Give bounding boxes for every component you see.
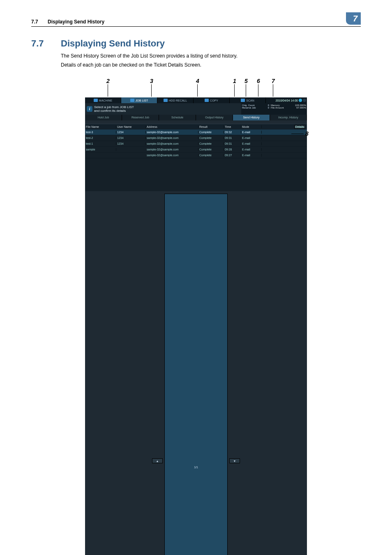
cell-addr: sample-02@sample.com (146, 148, 198, 151)
panel-info-bar: i Select a job from JOB LIST and confirm… (85, 103, 307, 115)
screenshot-figure: 2 3 4 1 5 6 7 MACHINE JOB LIST HDD RECAL… (85, 78, 307, 555)
callout-8: 8 (305, 130, 309, 137)
cell-mode: E-mail (241, 142, 262, 145)
col-file-name: File Name (85, 125, 116, 128)
cell-file: sample (85, 148, 116, 151)
header-section-title: Displaying Send History (48, 19, 104, 25)
panel-message: i Select a job from JOB LIST and confirm… (85, 103, 241, 115)
scroll-keys: ▲ 1/1 ▼ (85, 191, 307, 555)
cell-user: 1234 (116, 136, 146, 139)
callout-7: 7 (272, 78, 275, 84)
subtab-reserved-job[interactable]: Reserved Job (122, 115, 159, 120)
col-address: Address (146, 125, 198, 128)
history-table-body: test-3 1234 sample-02@sample.com Complet… (85, 130, 307, 191)
machine-icon (94, 99, 98, 102)
amounts-box: Memory100.000% File Amount97.000% (270, 103, 307, 115)
cell-time: 09:31 (224, 142, 241, 145)
tab-machine-label: MACHINE (99, 99, 112, 102)
cell-time: 09:27 (224, 154, 241, 157)
cell-result: Complete (198, 142, 224, 145)
cell-addr: sample-02@sample.com (146, 131, 198, 134)
subtab-hold-job[interactable]: Hold Job (85, 115, 122, 120)
tab-hdd-recall[interactable]: HDD RECALL (157, 97, 194, 103)
tab-scan-label: SCAN (246, 99, 254, 102)
cell-addr: sample-02@sample.com (146, 136, 198, 139)
cell-file: test-2 (85, 136, 116, 139)
section-title-text: Displaying Send History (61, 38, 165, 49)
callout-6: 6 (257, 78, 260, 84)
cell-time: 09:28 (224, 148, 241, 151)
col-result: Result (198, 125, 224, 128)
chapter-badge: 7 (346, 12, 361, 25)
cell-result: Complete (198, 154, 224, 157)
subtab-output-history[interactable]: Output History (196, 115, 233, 120)
callout-8-wrap: 8 (291, 130, 309, 137)
cell-user: 1234 (116, 142, 146, 145)
cell-mode: E-mail (241, 148, 262, 151)
tab-machine[interactable]: MACHINE (85, 97, 121, 103)
table-row[interactable]: sample-02@sample.com Complete 09:27 E-ma… (85, 153, 307, 158)
cell-result: Complete (198, 136, 224, 139)
scroll-up-button[interactable]: ▲ (152, 458, 163, 463)
tab-copy-label: COPY (210, 99, 218, 102)
reserve-job-label: Reserve Job (242, 106, 256, 109)
mfp-panel: MACHINE JOB LIST HDD RECALL COPY SCAN 20… (85, 97, 307, 555)
page-indicator: 1/1 (164, 194, 228, 555)
tab-scan[interactable]: SCAN (230, 97, 266, 103)
file-amount-label: File Amount (271, 106, 284, 109)
cell-result: Complete (198, 148, 224, 151)
callout-top-row: 2 3 4 1 5 6 7 (85, 78, 307, 97)
table-row[interactable]: test-3 1234 sample-02@sample.com Complet… (85, 130, 307, 135)
callout-1: 1 (233, 78, 236, 84)
details-button[interactable]: Details (294, 125, 305, 129)
intro-p2: Details of each job can be checked on th… (61, 61, 361, 69)
cell-result: Complete (198, 131, 224, 134)
callout-4: 4 (196, 78, 199, 84)
tab-joblist-label: JOB LIST (136, 99, 148, 102)
col-time: Time (224, 125, 241, 128)
list-icon (130, 99, 134, 102)
cell-user: 1234 (116, 131, 146, 134)
scan-icon (241, 99, 245, 102)
header-left: 7.7 Displaying Send History (31, 19, 104, 25)
tab-hdd-label: HDD RECALL (169, 99, 187, 102)
history-table-header: File Name User Name Address Result Time … (85, 124, 307, 130)
datetime-cell: 2010/04/04 14:00 (266, 97, 307, 103)
scroll-down-button[interactable]: ▼ (229, 458, 240, 463)
col-user-name: User Name (116, 125, 146, 128)
copy-icon (205, 99, 209, 102)
help-icon[interactable] (303, 99, 306, 102)
cell-mode: E-mail (241, 154, 262, 157)
section-heading: 7.7Displaying Send History (31, 38, 361, 49)
subtab-schedule[interactable]: Schedule (159, 115, 196, 120)
table-row[interactable]: test-1 1234 sample-02@sample.com Complet… (85, 141, 307, 147)
hdd-icon (164, 99, 168, 102)
info-dot-icon[interactable] (299, 99, 302, 102)
cell-addr: sample-02@sample.com (146, 154, 198, 157)
running-header: 7.7 Displaying Send History 7 (31, 12, 361, 27)
cell-time: 09:31 (224, 136, 241, 139)
cell-file: test-1 (85, 142, 116, 145)
main-tabs: MACHINE JOB LIST HDD RECALL COPY SCAN 20… (85, 97, 307, 103)
subtab-incomp-history[interactable]: Incomp. History (270, 115, 307, 120)
counts-box: Orig. Count0 Reserve Job0 (241, 103, 270, 115)
cell-time: 09:32 (224, 131, 241, 134)
section-number: 7.7 (31, 38, 61, 49)
tab-copy[interactable]: COPY (194, 97, 230, 103)
cell-mode: E-mail (241, 136, 262, 139)
callout-5: 5 (244, 78, 248, 84)
cell-mode: E-mail (241, 131, 262, 134)
datetime-text: 2010/04/04 14:00 (276, 99, 298, 102)
table-row[interactable]: test-2 1234 sample-02@sample.com Complet… (85, 135, 307, 141)
tab-joblist[interactable]: JOB LIST (121, 97, 157, 103)
intro-text: The Send History Screen of the Job List … (61, 52, 361, 69)
cell-addr: sample-02@sample.com (146, 142, 198, 145)
reserve-job-value: 0 (268, 106, 269, 109)
file-amount-value: 97.000% (296, 106, 306, 109)
info-icon: i (87, 106, 92, 112)
table-row[interactable]: sample sample-02@sample.com Complete 09:… (85, 147, 307, 153)
callout-2: 2 (106, 78, 110, 84)
header-section-num: 7.7 (31, 19, 38, 25)
subtab-send-history[interactable]: Send History (233, 115, 270, 120)
intro-p1: The Send History Screen of the Job List … (61, 52, 361, 60)
